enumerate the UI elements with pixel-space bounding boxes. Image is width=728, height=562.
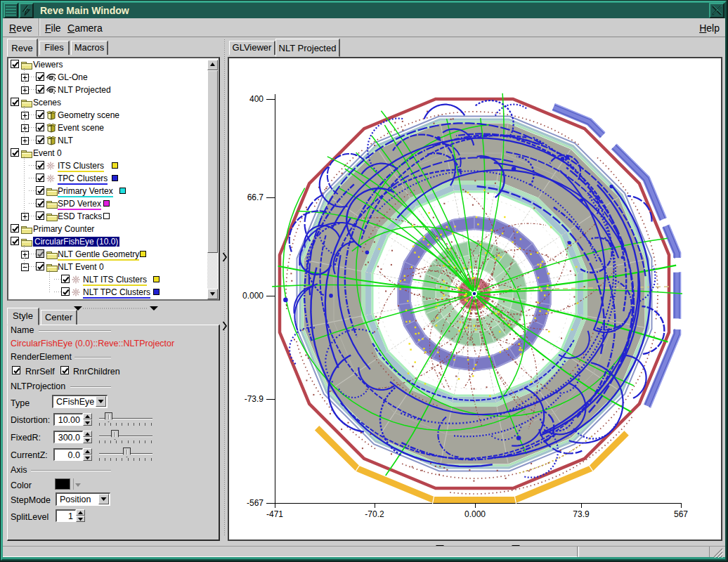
svg-text:73.9: 73.9 — [573, 509, 590, 519]
svg-text:-567: -567 — [247, 498, 264, 508]
svg-text:-70.2: -70.2 — [365, 509, 384, 519]
svg-text:567: 567 — [674, 509, 688, 519]
svg-text:66.7: 66.7 — [247, 192, 264, 202]
svg-text:0.000: 0.000 — [242, 291, 264, 301]
svg-text:-73.9: -73.9 — [245, 394, 264, 404]
svg-text:400: 400 — [249, 94, 264, 104]
svg-text:-471: -471 — [266, 509, 283, 519]
svg-text:0.000: 0.000 — [464, 509, 486, 519]
